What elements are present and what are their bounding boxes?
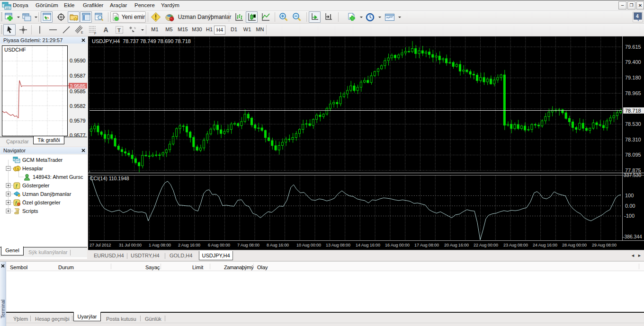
svg-text:0.00: 0.00: [625, 203, 635, 209]
svg-text:79.615: 79.615: [625, 44, 641, 50]
svg-text:14 Aug 16:00: 14 Aug 16:00: [356, 243, 380, 247]
svg-text:17 Aug 08:00: 17 Aug 08:00: [414, 243, 439, 247]
svg-text:100: 100: [625, 193, 634, 198]
svg-text:28 Aug 00:00: 28 Aug 00:00: [562, 243, 587, 247]
svg-text:16 Aug 00:00: 16 Aug 00:00: [385, 243, 410, 247]
svg-text:CCI(14) 110.1948: CCI(14) 110.1948: [90, 176, 129, 181]
svg-text:-386.344: -386.344: [623, 234, 642, 239]
svg-text:24 Aug 16:00: 24 Aug 16:00: [533, 243, 557, 247]
svg-text:337.530: 337.530: [624, 173, 641, 178]
svg-text:-100: -100: [624, 213, 635, 219]
svg-text:78.965: 78.965: [625, 90, 641, 96]
svg-text:F: F: [94, 32, 96, 35]
svg-text:79.400: 79.400: [625, 59, 641, 65]
svg-text:78.530: 78.530: [625, 121, 641, 127]
svg-text:78.095: 78.095: [625, 152, 641, 158]
svg-text:22 Aug 00:00: 22 Aug 00:00: [474, 243, 498, 247]
svg-text:100: 100: [6, 7, 10, 9]
svg-text:23 Aug 08:00: 23 Aug 08:00: [503, 243, 528, 247]
svg-text:6 Aug 00:00: 6 Aug 00:00: [208, 243, 230, 247]
svg-text:7 Aug 08:00: 7 Aug 08:00: [237, 243, 259, 247]
svg-text:27 Jul 2012: 27 Jul 2012: [89, 243, 111, 247]
svg-text:2 Aug 16:00: 2 Aug 16:00: [178, 243, 200, 247]
svg-text:10 Aug 00:00: 10 Aug 00:00: [296, 243, 321, 247]
svg-text:$: $: [17, 167, 19, 171]
svg-text:4: 4: [636, 14, 639, 19]
svg-text:13 Aug 08:00: 13 Aug 08:00: [326, 243, 350, 247]
svg-text:29 Aug 08:00: 29 Aug 08:00: [592, 243, 617, 247]
svg-text:31 Jul 00:00: 31 Jul 00:00: [119, 243, 142, 247]
svg-text:77.875: 77.875: [625, 167, 641, 173]
svg-text:USDJPY,H4 78.737 78.749 78.69: USDJPY,H4 78.737 78.749 78.690 78.718: [92, 38, 191, 44]
svg-text:20 Aug 16:00: 20 Aug 16:00: [444, 243, 469, 247]
svg-text:78.718: 78.718: [625, 108, 641, 114]
svg-text:1 Aug 08:00: 1 Aug 08:00: [149, 243, 171, 247]
svg-text:T: T: [117, 27, 121, 33]
svg-text:78.310: 78.310: [625, 137, 641, 142]
svg-text:8 Aug 16:00: 8 Aug 16:00: [267, 243, 289, 247]
svg-text:79.180: 79.180: [625, 75, 641, 80]
svg-text:E: E: [81, 31, 83, 34]
